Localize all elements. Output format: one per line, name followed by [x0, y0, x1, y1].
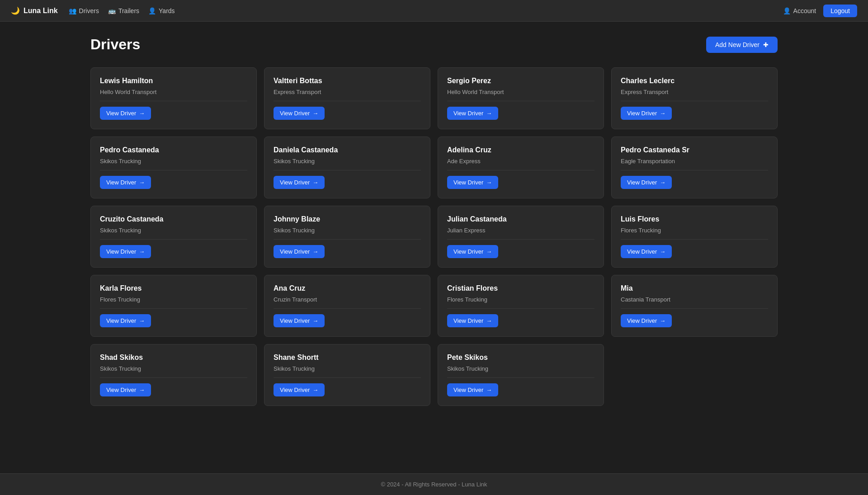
nav-left: Luna Link Drivers Trailers Yards [11, 6, 175, 15]
driver-card: Sergio PerezHello World TransportView Dr… [438, 67, 604, 129]
driver-company: Skikos Trucking [274, 365, 421, 378]
driver-card: Charles LeclercExpress TransportView Dri… [611, 67, 778, 129]
driver-name: Johnny Blaze [274, 215, 421, 223]
nav-right: Account Logout [783, 5, 857, 17]
driver-card: Shad SkikosSkikos TruckingView Driver → [90, 344, 257, 406]
nav-drivers-link[interactable]: Drivers [69, 7, 99, 14]
view-driver-button[interactable]: View Driver → [100, 383, 151, 396]
driver-company: Express Transport [274, 89, 421, 101]
view-driver-button[interactable]: View Driver → [621, 314, 672, 327]
brand: Luna Link [11, 6, 58, 15]
nav-trailers-link[interactable]: Trailers [108, 7, 139, 14]
driver-company: Skikos Trucking [100, 365, 247, 378]
driver-name: Cruzito Castaneda [100, 215, 247, 223]
driver-company: Skikos Trucking [100, 158, 247, 170]
view-driver-button[interactable]: View Driver → [621, 176, 672, 189]
driver-name: Shad Skikos [100, 354, 247, 362]
account-icon [783, 7, 791, 14]
driver-name: Pedro Castaneda [100, 146, 247, 154]
driver-company: Flores Trucking [100, 296, 247, 309]
driver-card: Pete SkikosSkikos TruckingView Driver → [438, 344, 604, 406]
view-driver-button[interactable]: View Driver → [447, 314, 498, 327]
driver-company: Julian Express [447, 227, 594, 240]
add-driver-icon: ✚ [763, 41, 769, 48]
view-driver-button[interactable]: View Driver → [274, 107, 325, 120]
driver-company: Ade Express [447, 158, 594, 170]
add-new-driver-button[interactable]: Add New Driver ✚ [706, 37, 778, 53]
driver-name: Shane Shortt [274, 354, 421, 362]
nav-yards-link[interactable]: Yards [148, 7, 175, 14]
navbar: Luna Link Drivers Trailers Yards Account… [0, 0, 868, 22]
view-driver-button[interactable]: View Driver → [100, 107, 151, 120]
driver-card: Julian CastanedaJulian ExpressView Drive… [438, 206, 604, 268]
nav-links: Drivers Trailers Yards [69, 7, 175, 14]
driver-name: Luis Flores [621, 215, 768, 223]
driver-company: Hello World Transport [447, 89, 594, 101]
nav-yards-label: Yards [159, 7, 175, 14]
driver-name: Ana Cruz [274, 284, 421, 292]
view-driver-button[interactable]: View Driver → [621, 245, 672, 258]
drivers-grid: Lewis HamiltonHello World TransportView … [90, 67, 778, 406]
driver-company: Eagle Transportation [621, 158, 768, 170]
driver-card: Karla FloresFlores TruckingView Driver → [90, 275, 257, 337]
driver-company: Castania Transport [621, 296, 768, 309]
driver-card: Cristian FloresFlores TruckingView Drive… [438, 275, 604, 337]
account-label: Account [793, 7, 816, 14]
view-driver-button[interactable]: View Driver → [274, 383, 325, 396]
driver-company: Skikos Trucking [274, 158, 421, 170]
view-driver-button[interactable]: View Driver → [621, 107, 672, 120]
yards-icon [148, 7, 156, 14]
driver-company: Flores Trucking [621, 227, 768, 240]
driver-name: Cristian Flores [447, 284, 594, 292]
driver-company: Hello World Transport [100, 89, 247, 101]
driver-name: Mia [621, 284, 768, 292]
footer: © 2024 - All Rights Reserved - Luna Link [0, 473, 868, 495]
driver-name: Lewis Hamilton [100, 77, 247, 85]
view-driver-button[interactable]: View Driver → [274, 245, 325, 258]
driver-card: Pedro Castaneda SrEagle TransportationVi… [611, 137, 778, 198]
view-driver-button[interactable]: View Driver → [100, 176, 151, 189]
footer-text: © 2024 - All Rights Reserved - Luna Link [381, 481, 487, 488]
drivers-icon [69, 7, 76, 14]
driver-name: Sergio Perez [447, 77, 594, 85]
driver-card: Lewis HamiltonHello World TransportView … [90, 67, 257, 129]
trailers-icon [108, 7, 116, 14]
driver-company: Skikos Trucking [447, 365, 594, 378]
driver-card: Daniela CastanedaSkikos TruckingView Dri… [264, 137, 430, 198]
driver-card: MiaCastania TransportView Driver → [611, 275, 778, 337]
view-driver-button[interactable]: View Driver → [274, 314, 325, 327]
view-driver-button[interactable]: View Driver → [274, 176, 325, 189]
page-header: Drivers Add New Driver ✚ [90, 36, 778, 53]
nav-trailers-label: Trailers [118, 7, 139, 14]
logout-button[interactable]: Logout [823, 5, 857, 17]
driver-name: Charles Leclerc [621, 77, 768, 85]
driver-company: Skikos Trucking [274, 227, 421, 240]
driver-name: Karla Flores [100, 284, 247, 292]
view-driver-button[interactable]: View Driver → [447, 245, 498, 258]
view-driver-button[interactable]: View Driver → [447, 383, 498, 396]
driver-company: Express Transport [621, 89, 768, 101]
driver-name: Julian Castaneda [447, 215, 594, 223]
driver-card: Pedro CastanedaSkikos TruckingView Drive… [90, 137, 257, 198]
driver-card: Adelina CruzAde ExpressView Driver → [438, 137, 604, 198]
driver-card: Valtteri BottasExpress TransportView Dri… [264, 67, 430, 129]
view-driver-button[interactable]: View Driver → [447, 107, 498, 120]
driver-name: Pedro Castaneda Sr [621, 146, 768, 154]
driver-company: Flores Trucking [447, 296, 594, 309]
nav-drivers-label: Drivers [79, 7, 99, 14]
account-menu[interactable]: Account [783, 7, 816, 14]
brand-name: Luna Link [24, 7, 58, 15]
view-driver-button[interactable]: View Driver → [100, 314, 151, 327]
driver-name: Valtteri Bottas [274, 77, 421, 85]
driver-company: Skikos Trucking [100, 227, 247, 240]
add-driver-label: Add New Driver [715, 41, 760, 48]
view-driver-button[interactable]: View Driver → [100, 245, 151, 258]
driver-card: Ana CruzCruzin TransportView Driver → [264, 275, 430, 337]
driver-name: Adelina Cruz [447, 146, 594, 154]
moon-icon [11, 6, 20, 15]
driver-name: Daniela Castaneda [274, 146, 421, 154]
main-content: Drivers Add New Driver ✚ Lewis HamiltonH… [0, 22, 868, 473]
view-driver-button[interactable]: View Driver → [447, 176, 498, 189]
driver-card: Johnny BlazeSkikos TruckingView Driver → [264, 206, 430, 268]
driver-name: Pete Skikos [447, 354, 594, 362]
